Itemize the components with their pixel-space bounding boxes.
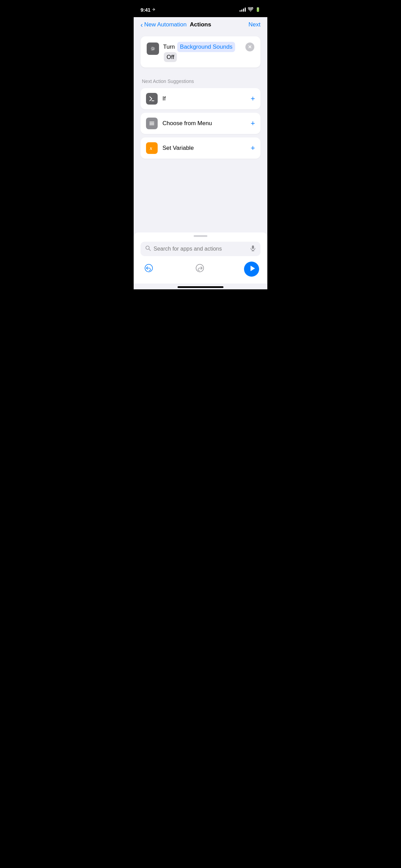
- svg-rect-2: [149, 123, 154, 124]
- svg-marker-12: [251, 266, 255, 271]
- action-turn-label: Turn: [163, 44, 175, 50]
- location-icon: ✈: [152, 7, 156, 12]
- svg-rect-7: [252, 245, 254, 249]
- suggestion-menu-label: Choose from Menu: [162, 120, 246, 127]
- redo-icon: [195, 264, 204, 275]
- undo-icon: [144, 264, 153, 275]
- action-state-pill[interactable]: Off: [164, 52, 177, 62]
- suggestion-menu-add[interactable]: +: [251, 120, 255, 127]
- variable-icon: x: [146, 142, 158, 154]
- main-content: Turn Background Sounds Off ✕ Next Action…: [134, 31, 267, 232]
- home-indicator: [134, 284, 267, 289]
- play-button[interactable]: [244, 262, 259, 277]
- action-text: Turn Background Sounds Off: [163, 42, 241, 62]
- suggestion-set-variable[interactable]: x Set Variable +: [141, 137, 260, 159]
- settings-icon: [147, 43, 159, 55]
- action-card: Turn Background Sounds Off ✕: [141, 36, 260, 68]
- next-button[interactable]: Next: [248, 21, 260, 28]
- status-time: 9:41: [141, 7, 150, 13]
- menu-icon: [146, 118, 158, 129]
- if-icon: [146, 93, 158, 105]
- suggestions-label: Next Action Suggestions: [141, 79, 260, 84]
- undo-button[interactable]: [142, 262, 156, 276]
- back-chevron-icon: ‹: [141, 21, 143, 28]
- suggestion-if-add[interactable]: +: [251, 95, 255, 103]
- suggestion-variable-add[interactable]: +: [251, 144, 255, 152]
- back-label: New Automation: [144, 21, 187, 28]
- mic-icon[interactable]: [250, 245, 256, 253]
- page-title: Actions: [190, 21, 211, 28]
- svg-point-0: [149, 45, 157, 52]
- status-bar: 9:41 ✈ 🔋: [134, 0, 267, 17]
- svg-line-6: [149, 249, 151, 251]
- bottom-sheet: [134, 232, 267, 284]
- back-button[interactable]: ‹ New Automation: [141, 21, 186, 28]
- suggestion-if-label: If: [162, 95, 246, 102]
- bottom-toolbar: [141, 262, 260, 277]
- battery-icon: 🔋: [255, 7, 260, 12]
- close-action-button[interactable]: ✕: [245, 43, 254, 51]
- svg-rect-3: [149, 124, 154, 125]
- suggestion-if[interactable]: If +: [141, 88, 260, 109]
- action-feature-pill[interactable]: Background Sounds: [177, 42, 235, 52]
- nav-bar: ‹ New Automation Actions Next: [134, 17, 267, 31]
- screen: ‹ New Automation Actions Next Turn Backg…: [134, 17, 267, 289]
- wifi-icon: [248, 7, 253, 12]
- play-icon: [249, 265, 256, 274]
- sheet-handle: [194, 235, 207, 237]
- suggestions-section: Next Action Suggestions If +: [141, 79, 260, 159]
- svg-text:x: x: [149, 146, 152, 151]
- svg-rect-1: [149, 122, 154, 122]
- home-bar: [178, 286, 223, 288]
- signal-bars: [240, 8, 246, 12]
- suggestion-variable-label: Set Variable: [162, 145, 246, 152]
- redo-button[interactable]: [193, 262, 207, 276]
- search-input[interactable]: [154, 246, 247, 252]
- status-icons: 🔋: [240, 7, 260, 12]
- search-bar[interactable]: [141, 242, 260, 256]
- search-icon: [145, 245, 151, 252]
- suggestion-choose-from-menu[interactable]: Choose from Menu +: [141, 113, 260, 134]
